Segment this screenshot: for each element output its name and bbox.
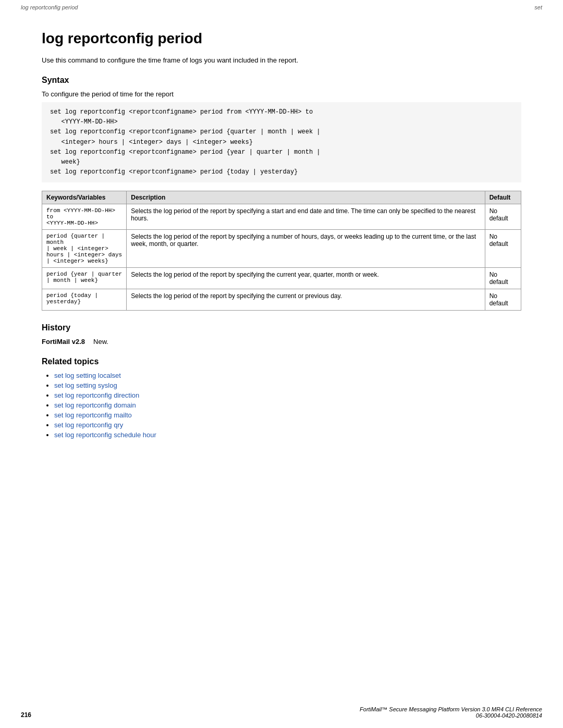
table-row: period {year | quarter | month | week} S… bbox=[42, 268, 521, 289]
desc-cell-1: Selects the log period of the report by … bbox=[127, 230, 485, 268]
list-item: set log reportconfig direction bbox=[54, 391, 521, 399]
history-entry-0: FortiMail v2.8 New. bbox=[42, 338, 521, 346]
code-line-3: set log reportconfig <reportconfigname> … bbox=[50, 128, 320, 135]
col-header-default: Default bbox=[485, 191, 521, 204]
list-item: set log reportconfig qry bbox=[54, 421, 521, 429]
table-row: period {today | yesterday} Selects the l… bbox=[42, 289, 521, 311]
header-left: log reportconfig period bbox=[21, 4, 78, 10]
page-title: log reportconfig period bbox=[42, 30, 521, 47]
footer-doc-line2: 06-30004-0420-20080814 bbox=[360, 712, 542, 719]
desc-cell-2: Selects the log period of the report by … bbox=[127, 268, 485, 289]
footer-page-num: 216 bbox=[21, 711, 31, 719]
default-cell-3: No default bbox=[485, 289, 521, 311]
default-cell-0: No default bbox=[485, 204, 521, 230]
table-row: from <YYYY-MM-DD-HH> to <YYYY-MM-DD-HH> … bbox=[42, 204, 521, 230]
code-line-2: <YYYY-MM-DD-HH> bbox=[50, 118, 118, 126]
history-section: History FortiMail v2.8 New. bbox=[42, 323, 521, 346]
page-footer: 216 FortiMail™ Secure Messaging Platform… bbox=[0, 706, 563, 719]
table-row: period {quarter | month | week | <intege… bbox=[42, 230, 521, 268]
syntax-table: Keywords/Variables Description Default f… bbox=[42, 191, 521, 311]
desc-cell-3: Selects the log period of the report by … bbox=[127, 289, 485, 311]
kv-cell-0: from <YYYY-MM-DD-HH> to <YYYY-MM-DD-HH> bbox=[42, 204, 127, 230]
col-header-desc: Description bbox=[127, 191, 485, 204]
related-link-2[interactable]: set log reportconfig direction bbox=[54, 391, 139, 399]
related-link-3[interactable]: set log reportconfig domain bbox=[54, 401, 136, 409]
default-cell-2: No default bbox=[485, 268, 521, 289]
list-item: set log reportconfig schedule hour bbox=[54, 431, 521, 439]
list-item: set log reportconfig mailto bbox=[54, 411, 521, 419]
related-link-0[interactable]: set log setting localset bbox=[54, 372, 121, 379]
syntax-desc: To configure the period of time for the … bbox=[42, 90, 521, 98]
history-heading: History bbox=[42, 323, 521, 332]
header-right: set bbox=[534, 4, 542, 10]
footer-doc-line1: FortiMail™ Secure Messaging Platform Ver… bbox=[360, 706, 542, 712]
related-link-5[interactable]: set log reportconfig qry bbox=[54, 421, 123, 429]
syntax-heading: Syntax bbox=[42, 76, 521, 85]
intro-text: Use this command to configure the time f… bbox=[42, 56, 521, 64]
related-link-6[interactable]: set log reportconfig schedule hour bbox=[54, 431, 156, 439]
footer-doc-info: FortiMail™ Secure Messaging Platform Ver… bbox=[360, 706, 542, 719]
list-item: set log setting syslog bbox=[54, 381, 521, 389]
related-topics-heading: Related topics bbox=[42, 357, 521, 366]
related-topics-list: set log setting localset set log setting… bbox=[42, 372, 521, 439]
desc-cell-0: Selects the log period of the report by … bbox=[127, 204, 485, 230]
kv-cell-1: period {quarter | month | week | <intege… bbox=[42, 230, 127, 268]
code-line-7: set log reportconfig <reportconfigname> … bbox=[50, 168, 298, 176]
related-topics-section: Related topics set log setting localset … bbox=[42, 357, 521, 439]
code-line-6: week} bbox=[50, 158, 80, 166]
history-version-0: FortiMail v2.8 bbox=[42, 338, 85, 346]
code-line-1: set log reportconfig <reportconfigname> … bbox=[50, 108, 313, 116]
col-header-kv: Keywords/Variables bbox=[42, 191, 127, 204]
list-item: set log setting localset bbox=[54, 372, 521, 379]
code-line-5: set log reportconfig <reportconfigname> … bbox=[50, 149, 320, 156]
code-line-4: <integer> hours | <integer> days | <inte… bbox=[50, 139, 253, 146]
kv-cell-2: period {year | quarter | month | week} bbox=[42, 268, 127, 289]
related-link-4[interactable]: set log reportconfig mailto bbox=[54, 411, 132, 419]
related-link-1[interactable]: set log setting syslog bbox=[54, 381, 117, 389]
history-note-0: New. bbox=[93, 338, 108, 346]
syntax-code-block: set log reportconfig <reportconfigname> … bbox=[42, 102, 521, 182]
default-cell-1: No default bbox=[485, 230, 521, 268]
kv-cell-3: period {today | yesterday} bbox=[42, 289, 127, 311]
list-item: set log reportconfig domain bbox=[54, 401, 521, 409]
